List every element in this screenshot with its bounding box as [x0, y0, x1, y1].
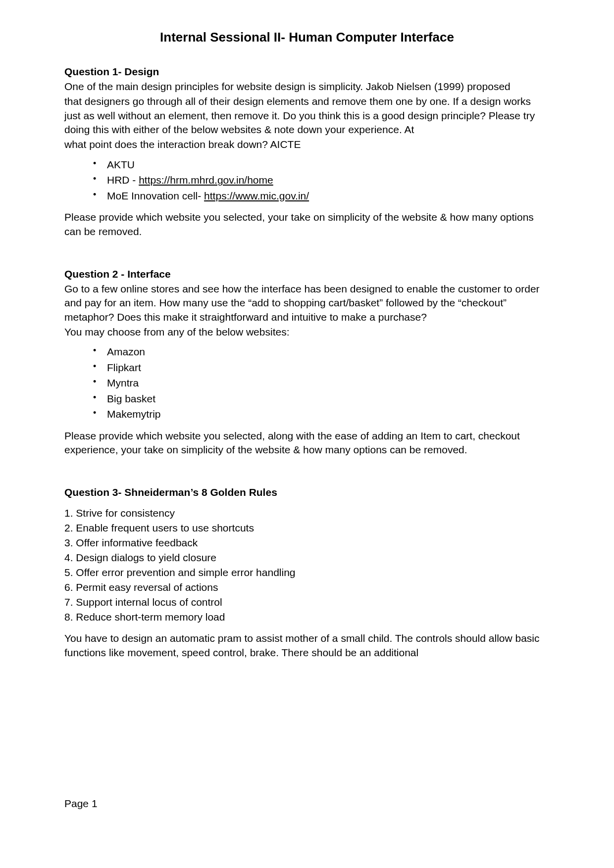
q2-heading: Question 2 - Interface	[64, 268, 550, 280]
rule-4: 4. Design dialogs to yield closure	[64, 551, 550, 565]
q1-bullet-hrd: HRD - https://hrm.mhrd.gov.in/home	[93, 172, 550, 188]
q2-bullet-bigbasket: Big basket	[93, 391, 550, 407]
q2-paragraph-1: Go to a few online stores and see how th…	[64, 282, 550, 324]
q1-closing: Please provide which website you selecte…	[64, 210, 550, 239]
q2-bullet-myntra: Myntra	[93, 375, 550, 391]
moe-link[interactable]: https://www.mic.gov.in/	[204, 190, 309, 201]
question-2: Question 2 - Interface Go to a few onlin…	[64, 268, 550, 457]
bullet-prefix: HRD -	[107, 174, 139, 186]
question-3: Question 3- Shneiderman’s 8 Golden Rules…	[64, 486, 550, 659]
q2-closing: Please provide which website you selecte…	[64, 429, 550, 457]
document-title: Internal Sessional II- Human Computer In…	[64, 30, 550, 45]
rule-2: 2. Enable frequent users to use shortcut…	[64, 521, 550, 535]
q2-bullet-makemytrip: Makemytrip	[93, 406, 550, 422]
bullet-prefix: MoE Innovation cell-	[107, 190, 204, 201]
page-footer: Page 1	[64, 798, 98, 810]
rule-8: 8. Reduce short-term memory load	[64, 610, 550, 625]
bullet-text: AKTU	[107, 159, 135, 170]
rule-1: 1. Strive for consistency	[64, 506, 550, 521]
rule-6: 6. Permit easy reversal of actions	[64, 580, 550, 595]
q1-paragraph-3: what point does the interaction break do…	[64, 138, 550, 151]
q1-heading: Question 1- Design	[64, 66, 550, 78]
q1-bullet-list: AKTU HRD - https://hrm.mhrd.gov.in/home …	[64, 157, 550, 204]
hrd-link[interactable]: https://hrm.mhrd.gov.in/home	[139, 174, 273, 186]
q1-paragraph-2: that designers go through all of their d…	[64, 95, 550, 137]
q2-bullet-amazon: Amazon	[93, 344, 550, 360]
q2-bullet-flipkart: Flipkart	[93, 360, 550, 376]
rule-3: 3. Offer informative feedback	[64, 536, 550, 550]
q2-bullet-list: Amazon Flipkart Myntra Big basket Makemy…	[64, 344, 550, 422]
q2-paragraph-2: You may choose from any of the below web…	[64, 325, 550, 339]
q1-bullet-aktu: AKTU	[93, 157, 550, 173]
q1-bullet-moe: MoE Innovation cell- https://www.mic.gov…	[93, 188, 550, 204]
q3-heading: Question 3- Shneiderman’s 8 Golden Rules	[64, 486, 550, 498]
q3-rules-list: 1. Strive for consistency 2. Enable freq…	[64, 506, 550, 625]
q1-paragraph-1: One of the main design principles for we…	[64, 80, 550, 94]
q3-closing: You have to design an automatic pram to …	[64, 631, 550, 660]
rule-5: 5. Offer error prevention and simple err…	[64, 566, 550, 580]
question-1: Question 1- Design One of the main desig…	[64, 66, 550, 239]
rule-7: 7. Support internal locus of control	[64, 595, 550, 610]
